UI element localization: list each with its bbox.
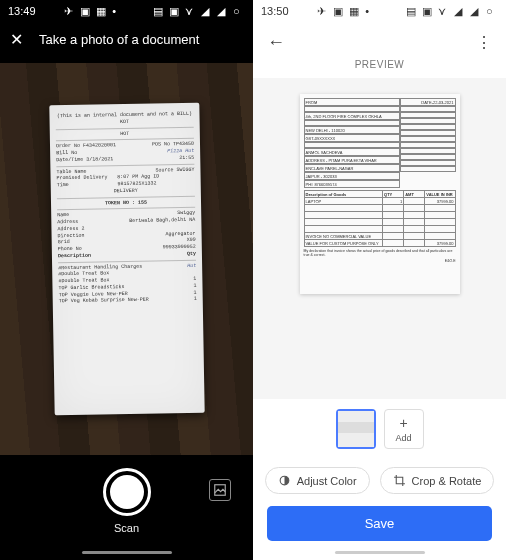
overflow-icon[interactable]: ⋮ bbox=[476, 33, 492, 52]
send-icon: ✈ bbox=[64, 5, 76, 17]
signal-icon: ◢ bbox=[454, 5, 466, 17]
shutter-inner bbox=[110, 475, 144, 509]
shutter-button[interactable] bbox=[103, 468, 151, 516]
preview-area: FROM 4th, 2ND FLOOR FIRE COMPLEX OKHLA N… bbox=[253, 78, 506, 399]
crop-rotate-label: Crop & Rotate bbox=[412, 475, 482, 487]
receipt-document: (This is an internal document and not a … bbox=[49, 103, 204, 416]
sq-icon: ▣ bbox=[422, 5, 434, 17]
image-icon bbox=[213, 483, 227, 497]
thumb-content bbox=[338, 411, 374, 447]
signal2-icon: ◢ bbox=[217, 5, 229, 17]
status-icons-right: ▤ ▣ ⋎ ◢ ◢ ○ bbox=[406, 5, 498, 17]
app-icon: ▦ bbox=[349, 5, 361, 17]
signal2-icon: ◢ bbox=[470, 5, 482, 17]
thumbnail-strip: + Add bbox=[253, 399, 506, 459]
scan-controls: Scan bbox=[0, 455, 253, 547]
status-icons-right: ▤ ▣ ⋎ ◢ ◢ ○ bbox=[153, 5, 245, 17]
status-icons-left: ✈ ▣ ▦ • bbox=[317, 5, 377, 17]
status-bar: 13:49 ✈ ▣ ▦ • ▤ ▣ ⋎ ◢ ◢ ○ bbox=[0, 0, 253, 22]
wifi-icon: ⋎ bbox=[185, 5, 197, 17]
receipt-header3: HOT bbox=[55, 129, 193, 138]
dot-icon: • bbox=[112, 5, 124, 17]
nav-handle[interactable] bbox=[335, 551, 425, 554]
crop-rotate-button[interactable]: Crop & Rotate bbox=[380, 467, 495, 494]
circle-icon: ○ bbox=[233, 5, 245, 17]
adjust-color-button[interactable]: Adjust Color bbox=[265, 467, 370, 494]
status-time: 13:49 bbox=[8, 5, 36, 17]
scan-label: Scan bbox=[114, 522, 139, 534]
add-page-button[interactable]: + Add bbox=[384, 409, 424, 449]
adjust-color-label: Adjust Color bbox=[297, 475, 357, 487]
grid-icon: ▤ bbox=[153, 5, 165, 17]
page-thumbnail-1[interactable] bbox=[336, 409, 376, 449]
app-icon: ▦ bbox=[96, 5, 108, 17]
send-icon: ✈ bbox=[317, 5, 329, 17]
invoice-table: Description of Goods QTY AMT VALUE IN IN… bbox=[304, 190, 456, 247]
grid-icon: ▤ bbox=[406, 5, 418, 17]
invoice-document: FROM 4th, 2ND FLOOR FIRE COMPLEX OKHLA N… bbox=[300, 94, 460, 294]
sq-icon: ▣ bbox=[169, 5, 181, 17]
save-label: Save bbox=[365, 516, 395, 531]
preview-screen: 13:50 ✈ ▣ ▦ • ▤ ▣ ⋎ ◢ ◢ ○ ← ⋮ PREVIEW FR… bbox=[253, 0, 506, 560]
circle-icon: ○ bbox=[486, 5, 498, 17]
status-icons-left: ✈ ▣ ▦ • bbox=[64, 5, 124, 17]
camera-viewport: (This is an internal document and not a … bbox=[0, 63, 253, 455]
adjust-icon bbox=[278, 474, 291, 487]
tv-icon: ▣ bbox=[333, 5, 345, 17]
signal-icon: ◢ bbox=[201, 5, 213, 17]
preview-label: PREVIEW bbox=[253, 59, 506, 78]
crop-icon bbox=[393, 474, 406, 487]
scan-title: Take a photo of a document bbox=[39, 32, 199, 47]
save-button[interactable]: Save bbox=[267, 506, 492, 541]
add-label: Add bbox=[395, 433, 411, 443]
plus-icon: + bbox=[399, 415, 407, 431]
action-chips: Adjust Color Crop & Rotate bbox=[253, 459, 506, 502]
nav-handle[interactable] bbox=[82, 551, 172, 554]
scan-screen: 13:49 ✈ ▣ ▦ • ▤ ▣ ⋎ ◢ ◢ ○ ✕ Take a photo… bbox=[0, 0, 253, 560]
scan-header: ✕ Take a photo of a document bbox=[0, 22, 253, 63]
dot-icon: • bbox=[365, 5, 377, 17]
status-bar: 13:50 ✈ ▣ ▦ • ▤ ▣ ⋎ ◢ ◢ ○ bbox=[253, 0, 506, 22]
status-time: 13:50 bbox=[261, 5, 289, 17]
preview-header: ← ⋮ bbox=[253, 22, 506, 59]
close-icon[interactable]: ✕ bbox=[10, 30, 23, 49]
tv-icon: ▣ bbox=[80, 5, 92, 17]
gallery-button[interactable] bbox=[209, 479, 231, 501]
back-icon[interactable]: ← bbox=[267, 32, 285, 53]
wifi-icon: ⋎ bbox=[438, 5, 450, 17]
